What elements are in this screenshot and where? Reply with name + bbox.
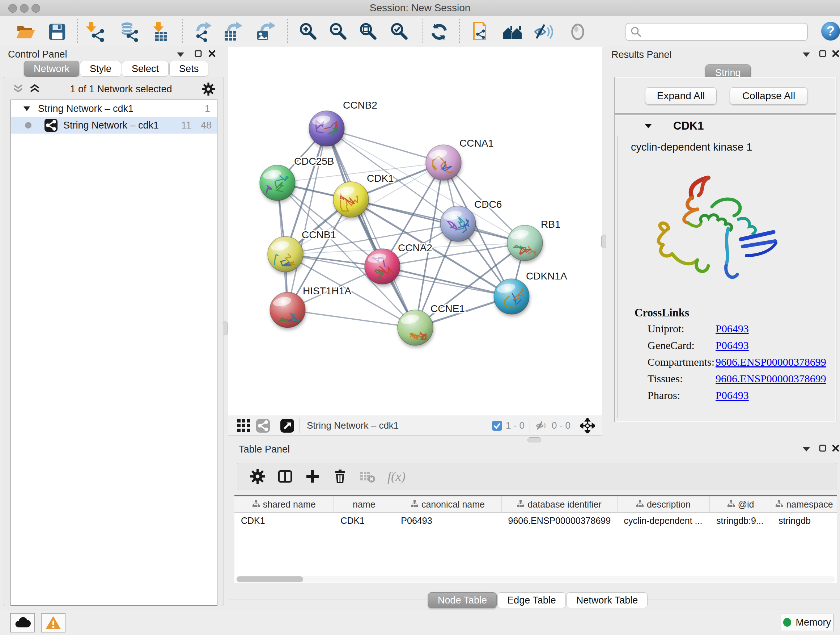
node-label: CCNB1 [302,229,336,241]
network-node-CCNB1[interactable]: CCNB1 [268,229,336,272]
table-tabs: Node TableEdge TableNetwork Table [428,592,648,608]
table-header-row: shared namenamecanonical namedatabase id… [234,496,837,513]
network-share-icon[interactable] [256,419,270,432]
network-node-CCNA1[interactable]: CCNA1 [426,138,494,180]
tab-node-table[interactable]: Node Table [428,592,497,608]
table-hscrollbar-thumb[interactable] [237,576,303,582]
apply-layout-button[interactable] [428,21,451,42]
crosslink-row: GeneCard:P06493 [618,339,833,356]
warnings-button[interactable] [41,613,65,632]
bottom-statusbar: Memory [0,610,840,635]
crosslink-label: Compartments: [647,356,714,368]
node-label: CCNB2 [343,100,377,111]
string-network-icon [44,119,57,132]
refresh-icon [429,22,449,42]
network-edge[interactable] [327,128,415,328]
crosslink-link[interactable]: P06493 [715,323,749,335]
network-node-CDK1[interactable]: CDK1 [333,173,394,217]
table-panel-close-icon[interactable] [832,445,839,452]
tab-select[interactable]: Select [122,61,169,77]
create-column-button[interactable] [302,467,323,486]
crosslink-link[interactable]: 9606.ENSP00000378699 [715,356,826,368]
network-edge[interactable] [327,128,444,163]
network-node-CDKN1A[interactable]: CDKN1A [494,271,567,314]
export-image-button[interactable] [254,21,277,42]
network-edge[interactable] [287,310,415,328]
tab-network-table[interactable]: Network Table [567,592,648,608]
search-input[interactable] [644,26,807,38]
export-table-button[interactable] [221,21,244,42]
column-header-database-identifier[interactable]: database identifier [502,496,617,512]
network-node-CCNB2[interactable]: CCNB2 [309,100,377,146]
selected-checkbox-icon[interactable] [492,421,502,431]
column-header-canonical-name[interactable]: canonical name [394,496,501,512]
results-panel-float-icon[interactable] [819,50,826,57]
zoom-selected-button[interactable] [388,21,411,42]
network-node-HIST1H1A[interactable]: HIST1H1A [270,285,351,328]
expand-all-icon[interactable] [29,84,40,94]
network-view-statusbar: String Network – cdk1 1 - 0 0 - 0 [228,416,602,435]
import-network-file-button[interactable] [84,21,107,42]
column-header-namespace[interactable]: namespace [772,496,837,512]
birdseye-button[interactable] [566,21,589,42]
welcome-screen-button[interactable] [501,21,524,42]
collapse-all-button[interactable]: Collapse All [729,87,808,105]
cloud-status-button[interactable] [10,613,35,632]
control-panel-close-icon[interactable] [208,50,216,57]
results-panel-menu-icon[interactable] [802,51,810,57]
delete-column-button[interactable] [330,467,350,486]
network-list: String Network – cdk1 1 String Network –… [11,100,218,606]
node-label: CCNA1 [459,138,494,149]
grid-view-icon[interactable] [237,419,250,432]
tab-sets[interactable]: Sets [169,61,208,77]
show-columns-button[interactable] [275,467,295,486]
table-panel-menu-icon[interactable] [802,446,810,452]
column-header-shared-name[interactable]: shared name [234,496,334,512]
crosslink-link[interactable]: P06493 [715,389,749,402]
gene-collapse-caret-icon[interactable] [644,123,652,129]
collection-caret-icon[interactable] [24,106,30,111]
expand-all-button[interactable]: Expand All [645,87,717,105]
zoom-in-button[interactable] [297,21,320,42]
import-network-database-button[interactable] [118,21,141,42]
table-panel-title: Table Panel [239,443,290,455]
tab-edge-table[interactable]: Edge Table [497,592,566,608]
open-in-new-window-icon[interactable] [280,419,294,432]
open-session-button[interactable] [14,21,37,42]
help-button[interactable]: ? [819,21,840,42]
network-node-RB1[interactable]: RB1 [507,219,561,261]
import-table-file-button[interactable] [149,21,172,42]
zoom-out-button[interactable] [327,21,350,42]
delete-table-button[interactable] [357,467,378,486]
network-options-gear-icon[interactable] [202,82,215,96]
crosslink-link[interactable]: 9606.ENSP00000378699 [715,372,826,385]
control-panel-menu-icon[interactable] [177,51,185,57]
column-header-description[interactable]: description [617,496,710,512]
results-panel-title: Results Panel [611,49,672,61]
column-header-@id[interactable]: @id [710,496,772,512]
control-panel-float-icon[interactable] [195,50,202,57]
fit-selected-crosshair-icon[interactable] [580,418,595,433]
network-row[interactable]: String Network – cdk1 11 48 [11,117,217,134]
table-panel-float-icon[interactable] [819,445,826,452]
left-splitter-handle[interactable] [223,321,228,335]
network-canvas[interactable]: CCNB2CCNA1CDC25BCDK1CDC6RB1CCNB1CCNA2CDK… [228,47,602,416]
table-row[interactable]: CDK1CDK1P064939606.ENSP00000378699cyclin… [234,513,837,529]
column-header-name[interactable]: name [334,496,394,512]
collapse-all-icon[interactable] [13,84,24,94]
table-settings-button[interactable] [248,467,268,486]
tab-style[interactable]: Style [80,61,121,77]
gene-card-header[interactable]: CDK1 [615,117,836,135]
export-network-button[interactable] [191,21,214,42]
results-panel-close-icon[interactable] [832,50,839,57]
crosslink-link[interactable]: P06493 [715,339,749,352]
zoom-fit-button[interactable] [357,21,380,42]
function-builder-button[interactable]: f(x) [382,467,411,486]
duplicate-network-button[interactable] [469,21,492,42]
graphics-details-button[interactable] [532,21,555,42]
memory-button[interactable]: Memory [781,614,834,631]
network-collection-row[interactable]: String Network – cdk1 1 [11,100,217,117]
tab-network[interactable]: Network [24,61,79,77]
collection-name: String Network – cdk1 [38,103,134,114]
save-session-button[interactable] [46,21,69,42]
